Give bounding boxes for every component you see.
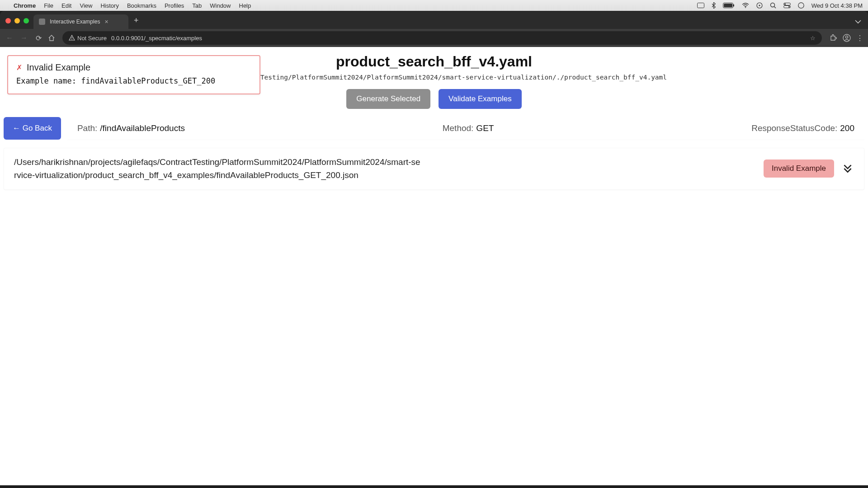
generate-selected-button[interactable]: Generate Selected [346,89,430,109]
security-label: Not Secure [77,35,107,42]
svg-point-10 [784,3,786,5]
battery-icon[interactable] [723,3,735,8]
page-viewport: ✗ Invalid Example Example name: findAvai… [0,47,868,485]
wifi-icon[interactable] [742,3,749,8]
browser-tabbar: Interactive Examples × + [0,11,868,29]
extensions-button[interactable] [829,34,837,42]
profile-button[interactable] [843,34,851,42]
toast-title: Invalid Example [27,62,90,73]
browser-toolbar: ← → ⟳ Not Secure 0.0.0.0:9001/_specmatic… [0,29,868,47]
siri-icon[interactable] [798,2,804,9]
svg-point-17 [845,36,848,38]
svg-point-12 [788,6,790,7]
reload-button[interactable]: ⟳ [33,34,43,42]
example-row: /Users/harikrishnan/projects/agilefaqs/C… [4,148,864,190]
validation-toast: ✗ Invalid Example Example name: findAvai… [7,55,260,94]
svg-point-6 [759,5,760,6]
tab-title: Interactive Examples [50,19,100,25]
menubar-item-file[interactable]: File [44,2,53,9]
menubar-item-history[interactable]: History [100,2,118,9]
path-value: /findAvailableProducts [100,123,185,133]
chevron-double-down-icon [842,163,854,174]
tab-close-button[interactable]: × [104,19,108,25]
menubar-item-tab[interactable]: Tab [192,2,202,9]
chrome-menu-button[interactable]: ⋮ [856,34,863,42]
menubar-item-view[interactable]: View [80,2,92,9]
svg-point-13 [798,3,804,8]
example-info-content: Path: /findAvailableProducts Method: GET… [67,117,864,140]
window-zoom-button[interactable] [24,18,29,23]
window-controls [4,18,33,29]
svg-rect-0 [697,3,704,8]
security-indicator[interactable]: Not Secure [69,35,107,42]
go-back-button[interactable]: ← Go Back [4,117,61,140]
invalid-example-badge: Invalid Example [764,160,834,178]
svg-point-15 [71,39,72,40]
new-tab-button[interactable]: + [128,16,143,29]
menubar-item-profiles[interactable]: Profiles [165,2,184,9]
address-bar[interactable]: Not Secure 0.0.0.0:9001/_specmatic/examp… [62,31,822,45]
method-label: Method: [443,123,474,133]
svg-point-4 [745,7,746,8]
svg-rect-2 [724,4,732,7]
toast-body-label: Example name: [16,76,76,85]
svg-point-7 [770,3,774,7]
status-label: ResponseStatusCode: [751,123,837,133]
tab-favicon-icon [39,19,45,25]
focus-icon[interactable] [756,2,763,9]
browser-tab[interactable]: Interactive Examples × [33,14,128,29]
toast-body-value: findAvailableProducts_GET_200 [81,76,215,85]
status-value: 200 [840,123,854,133]
menubar-clock[interactable]: Wed 9 Oct 4:38 PM [811,2,863,9]
browser-window: Interactive Examples × + ← → ⟳ Not Secur… [0,11,868,485]
window-minimize-button[interactable] [14,18,20,23]
tab-overflow-button[interactable] [854,18,864,29]
method-value: GET [476,123,494,133]
error-x-icon: ✗ [16,63,22,72]
warning-icon [69,35,75,41]
path-label: Path: [77,123,97,133]
example-info-bar: ← Go Back Path: /findAvailableProducts M… [0,109,868,140]
menubar-item-bookmarks[interactable]: Bookmarks [127,2,156,9]
expand-row-button[interactable] [841,162,854,175]
window-close-button[interactable] [5,18,11,23]
home-button[interactable] [48,34,58,42]
url-text: 0.0.0.0:9001/_specmatic/examples [111,35,202,42]
search-icon[interactable] [770,2,776,9]
svg-rect-3 [733,5,734,7]
menubar-item-edit[interactable]: Edit [61,2,71,9]
back-button[interactable]: ← [5,34,14,42]
forward-button[interactable]: → [19,34,29,42]
keyboard-icon[interactable] [697,3,704,8]
menubar-item-help[interactable]: Help [239,2,251,9]
menubar-app-name[interactable]: Chrome [14,2,36,9]
validate-examples-button[interactable]: Validate Examples [439,89,522,109]
menubar-item-window[interactable]: Window [210,2,231,9]
bluetooth-icon[interactable] [712,2,716,9]
bookmark-star-icon[interactable]: ☆ [810,35,816,42]
macos-menubar: Chrome File Edit View History Bookmarks … [0,0,868,11]
example-file-path: /Users/harikrishnan/projects/agilefaqs/C… [14,155,421,182]
control-center-icon[interactable] [783,3,791,8]
svg-line-8 [774,7,776,9]
